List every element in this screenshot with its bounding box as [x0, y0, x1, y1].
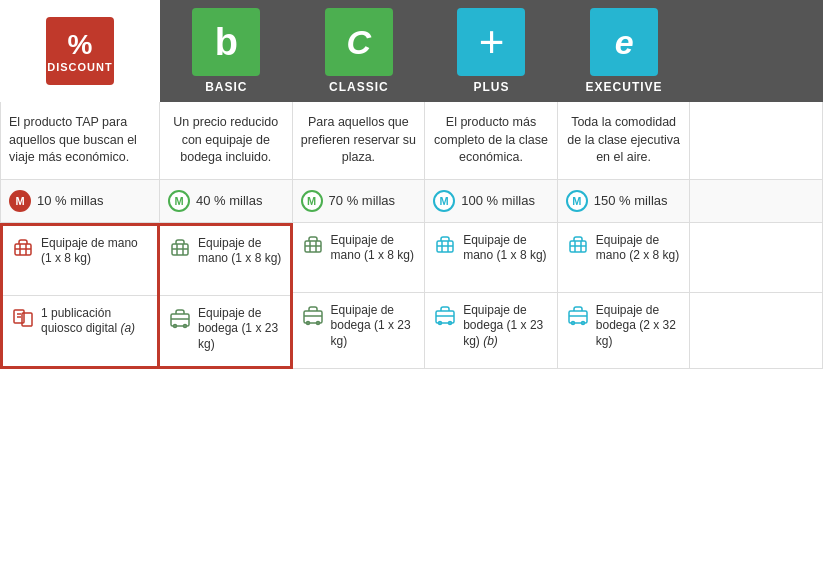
- luggage-checked-executive: Equipaje de bodega (2 x 32 kg): [558, 293, 690, 363]
- luggage-carry-executive: Equipaje de mano (2 x 8 kg): [558, 223, 690, 293]
- miles-text-discount: 10 % millas: [37, 193, 103, 208]
- checked-text-basic: Equipaje de bodega (1 x 23 kg): [198, 306, 282, 353]
- header-plus: + PLUS: [425, 0, 558, 102]
- basic-label: BASIC: [205, 80, 247, 94]
- comparison-table: % DISCOUNT b BASIC C CLASSIC + PLUS e EX…: [0, 0, 823, 369]
- miles-text-basic: 40 % millas: [196, 193, 262, 208]
- miles-plus: M 100 % millas: [425, 180, 558, 222]
- classic-label: CLASSIC: [329, 80, 389, 94]
- luggage-extra-2: [690, 293, 822, 363]
- miles-badge-classic: M: [301, 190, 323, 212]
- pub-text-discount: 1 publicación quiosco digital (a): [41, 306, 149, 337]
- checked-icon-plus: [433, 303, 457, 327]
- description-row: El producto TAP para aquellos que buscan…: [0, 102, 823, 180]
- carry-text-basic: Equipaje de mano (1 x 8 kg): [198, 236, 282, 267]
- header-executive: e EXECUTIVE: [558, 0, 691, 102]
- basic-logo: b: [192, 8, 260, 76]
- plus-label: PLUS: [473, 80, 509, 94]
- desc-discount: El producto TAP para aquellos que buscan…: [0, 102, 160, 179]
- checked-icon-classic: [301, 303, 325, 327]
- desc-extra: [690, 102, 823, 179]
- header-classic: C CLASSIC: [293, 0, 426, 102]
- luggage-checked-plus: Equipaje de bodega (1 x 23 kg) (b): [425, 293, 557, 363]
- carry-icon-executive: [566, 233, 590, 257]
- carry-icon-basic: [168, 236, 192, 260]
- checked-text-classic: Equipaje de bodega (1 x 23 kg): [331, 303, 417, 350]
- checked-text-executive: Equipaje de bodega (2 x 32 kg): [596, 303, 682, 350]
- carry-text-classic: Equipaje de mano (1 x 8 kg): [331, 233, 417, 264]
- luggage-col-basic: Equipaje de mano (1 x 8 kg) Equipaje de …: [160, 223, 293, 369]
- desc-classic: Para aquellos que prefieren reservar su …: [293, 102, 426, 179]
- luggage-carry-plus: Equipaje de mano (1 x 8 kg): [425, 223, 557, 293]
- plus-logo: +: [457, 8, 525, 76]
- header-empty: % DISCOUNT: [0, 0, 160, 102]
- classic-logo: C: [325, 8, 393, 76]
- carry-icon-discount: [11, 236, 35, 260]
- checked-text-plus: Equipaje de bodega (1 x 23 kg) (b): [463, 303, 549, 350]
- luggage-col-executive: Equipaje de mano (2 x 8 kg) Equipaje de …: [558, 223, 691, 369]
- executive-logo: e: [590, 8, 658, 76]
- luggage-checked-classic: Equipaje de bodega (1 x 23 kg): [293, 293, 425, 363]
- checked-icon-basic: [168, 306, 192, 330]
- miles-text-classic: 70 % millas: [329, 193, 395, 208]
- desc-basic: Un precio reducido con equipaje de bodeg…: [160, 102, 293, 179]
- luggage-carry-basic: Equipaje de mano (1 x 8 kg): [160, 226, 290, 296]
- miles-badge-basic: M: [168, 190, 190, 212]
- luggage-checked-basic: Equipaje de bodega (1 x 23 kg): [160, 296, 290, 366]
- carry-text-plus: Equipaje de mano (1 x 8 kg): [463, 233, 549, 264]
- luggage-col-extra: [690, 223, 823, 369]
- miles-executive: M 150 % millas: [558, 180, 691, 222]
- desc-plus: El producto más completo de la clase eco…: [425, 102, 558, 179]
- luggage-col-plus: Equipaje de mano (1 x 8 kg) Equipaje de …: [425, 223, 558, 369]
- luggage-carry-classic: Equipaje de mano (1 x 8 kg): [293, 223, 425, 293]
- luggage-col-classic: Equipaje de mano (1 x 8 kg) Equipaje de …: [293, 223, 426, 369]
- luggage-extra-1: [690, 223, 822, 293]
- header-row: % DISCOUNT b BASIC C CLASSIC + PLUS e EX…: [0, 0, 823, 102]
- carry-icon-plus: [433, 233, 457, 257]
- miles-discount: M 10 % millas: [0, 180, 160, 222]
- discount-logo: % DISCOUNT: [46, 17, 114, 85]
- luggage-carry-discount: Equipaje de mano (1 x 8 kg): [3, 226, 157, 296]
- executive-label: EXECUTIVE: [586, 80, 663, 94]
- miles-text-plus: 100 % millas: [461, 193, 535, 208]
- miles-classic: M 70 % millas: [293, 180, 426, 222]
- miles-badge-plus: M: [433, 190, 455, 212]
- luggage-col-discount: Equipaje de mano (1 x 8 kg) 1 publicació…: [0, 223, 160, 369]
- desc-executive: Toda la comodidad de la clase ejecutiva …: [558, 102, 691, 179]
- miles-badge-executive: M: [566, 190, 588, 212]
- luggage-section: Equipaje de mano (1 x 8 kg) 1 publicació…: [0, 223, 823, 369]
- miles-row: M 10 % millas M 40 % millas M 70 % milla…: [0, 180, 823, 223]
- checked-icon-executive: [566, 303, 590, 327]
- miles-basic: M 40 % millas: [160, 180, 293, 222]
- carry-text-discount: Equipaje de mano (1 x 8 kg): [41, 236, 149, 267]
- pub-icon-discount: [11, 306, 35, 330]
- header-basic: b BASIC: [160, 0, 293, 102]
- miles-badge-discount: M: [9, 190, 31, 212]
- header-extra: [690, 0, 823, 102]
- miles-text-executive: 150 % millas: [594, 193, 668, 208]
- carry-text-executive: Equipaje de mano (2 x 8 kg): [596, 233, 682, 264]
- carry-icon-classic: [301, 233, 325, 257]
- luggage-pub-discount: 1 publicación quiosco digital (a): [3, 296, 157, 366]
- miles-extra: [690, 180, 823, 222]
